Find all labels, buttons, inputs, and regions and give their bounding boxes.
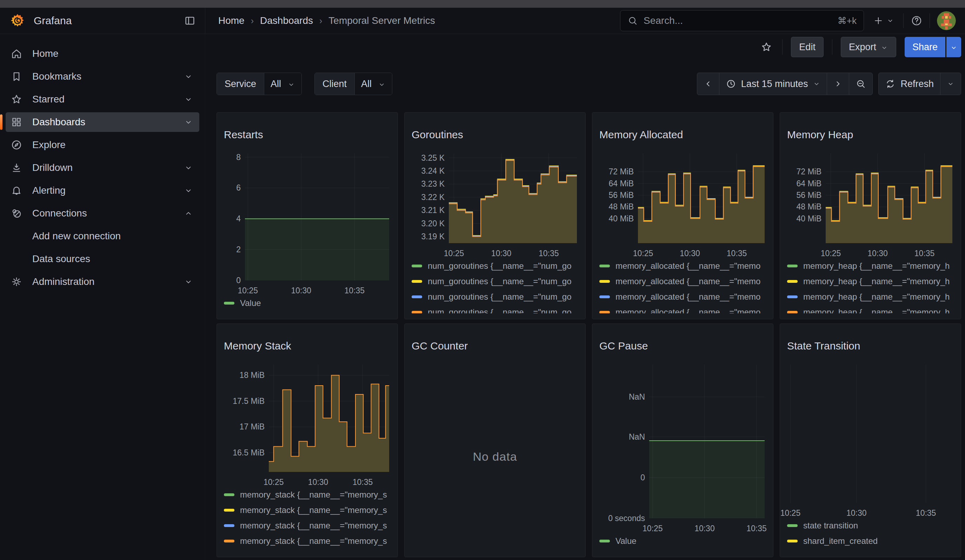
help-button[interactable] — [911, 15, 922, 27]
favorite-star-button[interactable] — [761, 41, 772, 53]
plot-area[interactable] — [269, 364, 389, 472]
legend-item[interactable]: memory_allocated {__name__="memo — [599, 292, 766, 302]
legend-item[interactable]: memory_allocated {__name__="memo — [599, 261, 766, 271]
legend-item[interactable]: Value — [599, 536, 766, 546]
panel-title[interactable]: Memory Stack — [224, 338, 391, 354]
chevron-right-icon — [833, 79, 842, 88]
panel-memory_heap: Memory Heap72 MiB64 MiB56 MiB48 MiB40 Mi… — [780, 112, 961, 319]
y-tick-label: 0 — [640, 473, 645, 482]
sidebar-item-label: Dashboards — [32, 116, 184, 128]
y-tick-label: 3.25 K — [422, 153, 445, 162]
toolbar-divider — [832, 39, 833, 55]
sidebar-item-label: Bookmarks — [32, 71, 184, 82]
legend-series-dash-icon — [599, 311, 610, 313]
plot-area[interactable] — [638, 153, 765, 243]
panel-title[interactable]: GC Counter — [412, 338, 578, 354]
panel-legend: state transitionshard_item_created — [787, 520, 954, 551]
search-input[interactable]: Search... ⌘+k — [620, 10, 864, 31]
panel-legend: num_goroutines {__name__="num_gonum_goro… — [412, 261, 578, 313]
legend-item[interactable]: num_goroutines {__name__="num_go — [412, 292, 578, 302]
legend-item[interactable]: memory_stack {__name__="memory_s — [224, 490, 391, 500]
chevron-down-icon — [184, 163, 193, 172]
chevron-down-icon — [880, 43, 888, 51]
panel-state_transition: State Transition10:2510:3010:35state tra… — [780, 323, 961, 557]
legend-item[interactable]: Value — [224, 298, 391, 309]
legend-item[interactable]: memory_heap {__name__="memory_h — [787, 261, 954, 271]
sidebar-item-alerting[interactable]: Alerting — [6, 181, 199, 200]
sidebar-item-home[interactable]: Home — [6, 44, 199, 64]
plot-area[interactable] — [245, 153, 389, 280]
chevron-down-icon — [950, 43, 958, 51]
edit-button[interactable]: Edit — [791, 37, 824, 57]
sidebar-toggle-icon[interactable] — [184, 15, 196, 27]
sidebar-item-starred[interactable]: Starred — [6, 90, 199, 109]
legend-item[interactable]: memory_stack {__name__="memory_s — [224, 520, 391, 531]
sidebar-item-connections[interactable]: Connections — [6, 204, 199, 223]
panel-title[interactable]: State Transition — [787, 338, 954, 354]
legend-item[interactable]: memory_heap {__name__="memory_h — [787, 292, 954, 302]
refresh-button[interactable]: Refresh — [879, 73, 940, 95]
y-tick-label: 48 MiB — [608, 202, 634, 212]
share-button[interactable]: Share — [904, 37, 945, 57]
zoom-out-button[interactable] — [849, 73, 872, 95]
legend-series-dash-icon — [224, 302, 234, 305]
time-range-picker[interactable]: Last 15 minutes — [720, 73, 828, 95]
sidebar-item-drilldown[interactable]: Drilldown — [6, 158, 199, 178]
legend-label: memory_heap {__name__="memory_h — [803, 261, 950, 271]
filter-value-dropdown[interactable]: All — [264, 73, 301, 95]
plot-area[interactable] — [787, 364, 952, 503]
sidebar-item-add-new-connection[interactable]: Add new connection — [6, 226, 199, 246]
chevron-down-icon — [184, 118, 193, 127]
panel-title[interactable]: Goroutines — [412, 127, 578, 142]
plot-area[interactable] — [649, 364, 765, 518]
sidebar-item-explore[interactable]: Explore — [6, 135, 199, 155]
time-forward-button[interactable] — [827, 73, 849, 95]
legend-item[interactable]: memory_heap {__name__="memory_h — [787, 307, 954, 313]
sidebar-item-administration[interactable]: Administration — [6, 272, 199, 292]
chart-zone: NaNNaN00 seconds10:2510:3010:35 — [599, 364, 766, 532]
new-button[interactable] — [871, 15, 896, 26]
legend-item[interactable]: memory_heap {__name__="memory_h — [787, 276, 954, 287]
plot-area[interactable] — [826, 153, 952, 243]
brand-title: Grafana — [34, 15, 184, 27]
x-tick-label: 10:30 — [867, 249, 888, 258]
panel-title[interactable]: Memory Heap — [787, 127, 954, 142]
legend-item[interactable]: memory_allocated {__name__="memo — [599, 276, 766, 287]
legend-item[interactable]: num_goroutines {__name__="num_go — [412, 261, 578, 271]
avatar[interactable] — [937, 11, 956, 30]
breadcrumb-item-home[interactable]: Home — [218, 15, 245, 26]
legend-series-dash-icon — [224, 493, 234, 496]
legend-series-dash-icon — [599, 540, 610, 542]
legend-item[interactable]: num_goroutines {__name__="num_go — [412, 307, 578, 313]
legend-label: shard_item_created — [803, 536, 878, 546]
legend-item[interactable]: shard_item_created — [787, 536, 954, 546]
time-back-button[interactable] — [697, 73, 720, 95]
sidebar: HomeBookmarksStarredDashboardsExploreDri… — [0, 34, 205, 560]
export-button[interactable]: Export — [841, 37, 896, 57]
legend-label: state transition — [803, 521, 858, 531]
legend-item[interactable]: memory_stack {__name__="memory_s — [224, 536, 391, 546]
sidebar-item-bookmarks[interactable]: Bookmarks — [6, 67, 199, 87]
plot-area[interactable] — [449, 153, 577, 243]
legend-series-dash-icon — [787, 311, 798, 313]
zoom-out-icon — [855, 78, 866, 89]
panel-title[interactable]: Memory Allocated — [599, 127, 766, 142]
panel-title[interactable]: Restarts — [224, 127, 391, 142]
home-icon — [10, 48, 23, 60]
legend-item[interactable]: memory_stack {__name__="memory_s — [224, 505, 391, 516]
panel-gc_counter: GC CounterNo data — [404, 323, 586, 557]
sidebar-item-dashboards[interactable]: Dashboards — [6, 112, 199, 132]
x-tick-label: 10:30 — [846, 508, 867, 518]
share-options-button[interactable] — [946, 37, 961, 57]
refresh-interval-button[interactable] — [940, 73, 961, 95]
y-axis-labels: 18 MiB17.5 MiB17 MiB16.5 MiB — [224, 364, 269, 472]
panel-title[interactable]: GC Pause — [599, 338, 766, 354]
legend-item[interactable]: num_goroutines {__name__="num_go — [412, 276, 578, 287]
sidebar-item-data-sources[interactable]: Data sources — [6, 249, 199, 269]
legend-item[interactable]: state transition — [787, 520, 954, 531]
breadcrumb-item-dashboards[interactable]: Dashboards — [260, 15, 313, 26]
legend-series-dash-icon — [412, 264, 422, 267]
filter-value-dropdown[interactable]: All — [355, 73, 392, 95]
star-icon — [10, 93, 23, 105]
legend-item[interactable]: memory_allocated {__name__="memo — [599, 307, 766, 313]
